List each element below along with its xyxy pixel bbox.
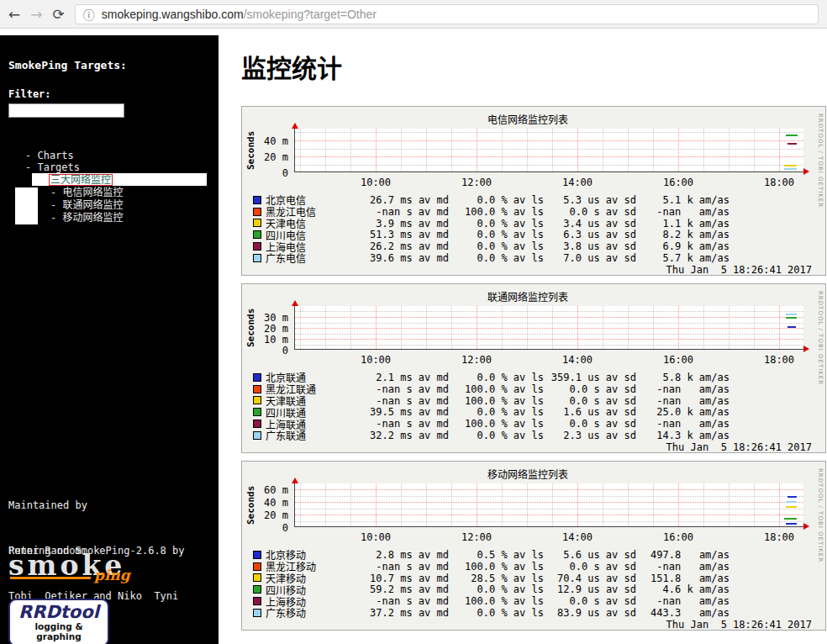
legend-stat-value: 28.5 % av ls: [449, 573, 544, 584]
legend-stat-value: 25.0 k am/as: [636, 406, 730, 418]
main-content: 监控统计 电信网络监控列表 Seconds 40 m20 m010:0012:0…: [219, 29, 827, 644]
legend-color-swatch: [253, 385, 261, 393]
legend-color-swatch: [253, 242, 261, 251]
legend-stat-value: 5.3 us av sd: [544, 194, 636, 206]
legend-stat-value: -nan s av md: [335, 395, 449, 407]
forward-icon[interactable]: →: [30, 6, 42, 23]
gridline: [295, 502, 803, 503]
legend-stat-value: 7.0 us av sd: [544, 252, 636, 264]
legend-stat-value: 0.5 % av ls: [449, 549, 544, 561]
url-text: smokeping.wangshibo.com/smokeping?target…: [102, 8, 377, 21]
screen: ← → ⟳ ⓘ smokeping.wangshibo.com/smokepin…: [0, 0, 827, 644]
smokeping-logo[interactable]: smoke ping: [8, 548, 151, 589]
chart-watermark: RRDTOOL / TOBI OETIKER: [817, 113, 824, 208]
series-segment: [786, 314, 797, 315]
legend-color-swatch: [253, 254, 261, 262]
legend-color-swatch: [253, 597, 261, 605]
legend-color-swatch: [253, 373, 261, 382]
y-axis-arrow-icon: [292, 300, 298, 306]
address-bar[interactable]: ⓘ smokeping.wangshibo.com/smokeping?targ…: [75, 4, 819, 24]
refresh-icon[interactable]: ⟳: [53, 6, 65, 23]
info-icon[interactable]: ⓘ: [83, 6, 95, 23]
tree-item-telecom[interactable]: - 电信网络监控: [50, 187, 210, 199]
series-segment: [784, 168, 797, 170]
legend-stat-value: 443.3 am/as: [636, 607, 730, 619]
back-icon[interactable]: ←: [8, 6, 20, 23]
rrdtool-logo[interactable]: RRDtool logging & graphing: [8, 599, 109, 644]
legend-stat-value: 3.8 us av sd: [544, 240, 636, 252]
chart-panel[interactable]: 电信网络监控列表 Seconds 40 m20 m010:0012:0014:0…: [241, 106, 826, 276]
legend-stat-value: 100.0 % av ls: [449, 418, 544, 430]
tree-item-unicom[interactable]: - 联通网络监控: [50, 199, 210, 212]
legend-stat-value: 0.0 % av ls: [449, 252, 544, 264]
legend-stat-value: 1.1 k am/as: [636, 218, 730, 230]
legend-stat-value: -nan s av md: [335, 561, 449, 573]
x-tick-label: 18:00: [759, 354, 799, 366]
legend-stat-value: 12.9 us av sd: [544, 583, 636, 595]
tree-item-mobile[interactable]: - 移动网络监控: [50, 212, 210, 224]
legend-stat-value: -nan am/as: [636, 561, 730, 573]
tree-item-targets[interactable]: - Targets: [25, 161, 210, 173]
legend-stat-value: 0.0 % av ls: [449, 229, 544, 240]
gridline: [295, 489, 803, 490]
series-segment: [787, 326, 796, 328]
gridline: [295, 328, 803, 329]
legend-color-swatch: [253, 196, 261, 204]
tree-item-selected-row[interactable]: 三大网络监控: [32, 173, 207, 186]
legend-row: 广东电信39.6 ms av md0.0 % av ls7.0 us av sd…: [253, 252, 730, 264]
gridline: [295, 496, 803, 497]
chart-watermark: RRDTOOL / TOBI OETIKER: [817, 468, 824, 562]
legend-stat-value: 0.0 % av ls: [449, 240, 544, 252]
legend-color-swatch: [253, 551, 261, 559]
chart-plot: 40 m20 m010:0012:0014:0016:0018:00: [294, 129, 803, 172]
legend-color-swatch: [253, 609, 261, 617]
gridline: [295, 334, 803, 335]
gridline: [295, 311, 803, 312]
chart-panel[interactable]: 移动网络监控列表 Seconds 60 m40 m20 m010:0012:00…: [241, 461, 826, 631]
legend-stat-value: -nan am/as: [636, 206, 730, 218]
legend-color-swatch: [253, 573, 261, 582]
gridline: [295, 317, 803, 318]
legend-stat-value: 3.9 ms av md: [335, 218, 449, 230]
x-tick-label: 16:00: [658, 531, 698, 543]
legend-stat-value: -nan am/as: [636, 383, 730, 395]
legend-stat-value: 59.2 ms av md: [335, 583, 449, 595]
legend-stat-value: 37.2 ms av md: [335, 607, 449, 619]
x-tick-label: 12:00: [456, 531, 497, 543]
x-axis-arrow-icon: [803, 346, 809, 352]
x-tick-label: 18:00: [759, 531, 799, 543]
legend-color-swatch: [253, 420, 261, 428]
legend-stat-value: 0.0 % av ls: [449, 607, 544, 619]
legend-stat-value: 39.5 ms av md: [335, 406, 449, 418]
legend-stat-value: 0.0 % av ls: [449, 218, 544, 230]
x-tick-label: 18:00: [759, 177, 799, 188]
tree-children: - 电信网络监控 - 联通网络监控 - 移动网络监控: [8, 187, 210, 224]
chart-watermark: RRDTOOL / TOBI OETIKER: [817, 291, 824, 385]
sidebar: SmokePing Targets: Filter: - Charts - Ta…: [0, 35, 219, 644]
legend-stat-value: 100.0 % av ls: [449, 595, 544, 607]
legend-target-name: 广东联通: [266, 428, 335, 442]
legend-stat-value: 0.0 % av ls: [449, 430, 544, 441]
chart-timestamp: Thu Jan 5 18:26:41 2017: [666, 441, 812, 453]
page-title: 监控统计: [241, 54, 827, 84]
x-tick-label: 12:00: [456, 354, 497, 366]
legend-stat-value: -nan s av md: [335, 206, 449, 218]
legend-stat-value: 0.0 % av ls: [449, 194, 544, 206]
legend-color-swatch: [253, 230, 261, 239]
tree-item-charts[interactable]: - Charts: [25, 150, 210, 161]
chart-panel[interactable]: 联通网络监控列表 Seconds 30 m20 m10 m010:0012:00…: [241, 283, 826, 453]
y-tick-label: 20 m: [243, 151, 288, 163]
series-segment: [786, 523, 797, 525]
rrdtool-logo-subtitle: logging & graphing: [12, 621, 106, 641]
y-tick-label: 0: [243, 167, 288, 179]
filter-input[interactable]: [8, 103, 124, 118]
target-tree: - Charts - Targets 三大网络监控 - 电信网络监控 - 联通网…: [8, 150, 210, 224]
legend-stat-value: 0.0 % av ls: [449, 406, 544, 418]
legend-stat-value: 51.3 ms av md: [335, 229, 449, 240]
tree-item-selected[interactable]: 三大网络监控: [49, 174, 113, 186]
legend-stat-value: 497.8 am/as: [636, 549, 730, 561]
legend-stat-value: 2.3 us av sd: [544, 430, 636, 441]
y-tick-label: 60 m: [243, 484, 288, 496]
x-tick-label: 14:00: [557, 177, 598, 188]
legend-color-swatch: [253, 585, 261, 594]
